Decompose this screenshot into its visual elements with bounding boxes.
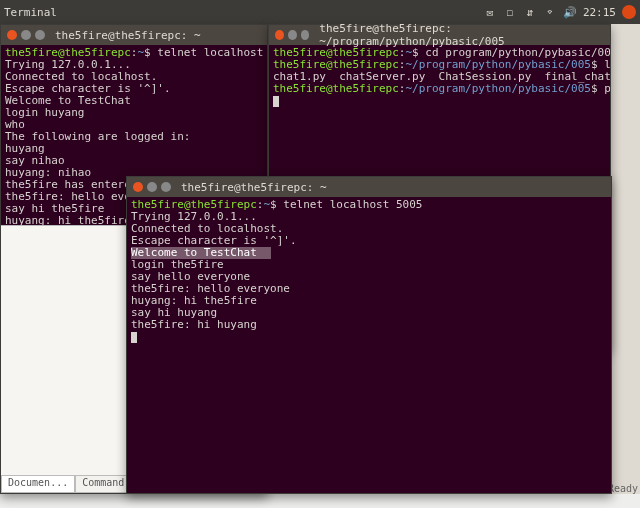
- maximize-icon[interactable]: [301, 30, 310, 40]
- titlebar[interactable]: the5fire@the5firepc: ~: [1, 25, 267, 45]
- wifi-icon[interactable]: ⌔: [543, 5, 557, 19]
- maximize-icon[interactable]: [35, 30, 45, 40]
- terminal-output[interactable]: the5fire@the5firepc:~$ cd program/python…: [269, 45, 610, 109]
- status-ready: Ready: [608, 483, 638, 494]
- network-icon[interactable]: ⇵: [523, 5, 537, 19]
- volume-icon[interactable]: 🔊: [563, 5, 577, 19]
- mail-icon[interactable]: ✉: [483, 5, 497, 19]
- titlebar[interactable]: the5fire@the5firepc: ~/program/python/py…: [269, 25, 610, 45]
- close-icon[interactable]: [7, 30, 17, 40]
- session-icon[interactable]: [622, 5, 636, 19]
- window-title: the5fire@the5firepc: ~: [181, 181, 327, 194]
- gnome-top-panel: Terminal ✉ ☐ ⇵ ⌔ 🔊 22:15: [0, 0, 640, 24]
- minimize-icon[interactable]: [288, 30, 297, 40]
- maximize-icon[interactable]: [161, 182, 171, 192]
- system-tray: ✉ ☐ ⇵ ⌔ 🔊 22:15: [483, 5, 636, 19]
- terminal-window-3[interactable]: the5fire@the5firepc: ~ the5fire@the5fire…: [126, 176, 612, 494]
- chat-icon[interactable]: ☐: [503, 5, 517, 19]
- terminal-output[interactable]: the5fire@the5firepc:~$ telnet localhost …: [127, 197, 611, 345]
- close-icon[interactable]: [133, 182, 143, 192]
- minimize-icon[interactable]: [147, 182, 157, 192]
- clock[interactable]: 22:15: [583, 6, 616, 19]
- minimize-icon[interactable]: [21, 30, 31, 40]
- desktop-workspace: CommandHandler ChatSession the5fire@the5…: [0, 24, 640, 494]
- close-icon[interactable]: [275, 30, 284, 40]
- titlebar[interactable]: the5fire@the5firepc: ~: [127, 177, 611, 197]
- tab-documents[interactable]: Documen...: [1, 475, 75, 493]
- window-title: the5fire@the5firepc: ~: [55, 29, 201, 42]
- window-title: the5fire@the5firepc: ~/program/python/py…: [319, 22, 604, 48]
- active-app-label: Terminal: [4, 6, 57, 19]
